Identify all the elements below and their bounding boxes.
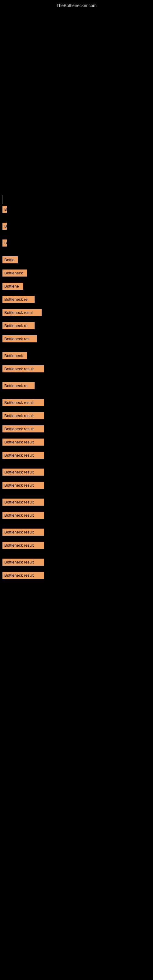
vertical-indicator [2, 195, 2, 204]
list-item: B [2, 206, 7, 213]
list-item: Bottleneck result [2, 452, 44, 459]
list-item: Bottle [2, 256, 18, 263]
results-container: BBBBottleBottleneckBottleneBottleneck re… [0, 11, 153, 583]
list-item: Bottleneck result [2, 365, 44, 372]
list-item: Bottleneck result [2, 412, 44, 419]
list-item: Bottleneck result [2, 425, 44, 433]
list-item: Bottleneck result [2, 499, 44, 506]
list-item: B [2, 240, 7, 247]
list-item: Bottleneck re [2, 322, 35, 329]
list-item: Bottleneck result [2, 572, 44, 579]
list-item: Bottleneck result [2, 482, 44, 489]
list-item: Bottleneck re [2, 296, 35, 303]
list-item: Bottleneck result [2, 469, 44, 476]
list-item: Bottleneck result [2, 558, 44, 566]
list-item: Bottleneck resul [2, 309, 41, 316]
list-item: Bottleneck [2, 269, 27, 277]
list-item: Bottleneck result [2, 439, 44, 445]
list-item: Bottleneck res [2, 335, 37, 342]
list-item: Bottleneck result [2, 542, 44, 549]
list-item: Bottleneck result [2, 399, 44, 406]
list-item: Bottleneck re [2, 382, 35, 389]
list-item: Bottleneck result [2, 512, 44, 519]
list-item: B [2, 223, 7, 230]
list-item: Bottlene [2, 283, 23, 290]
site-title: TheBottlenecker.com [0, 0, 153, 11]
list-item: Bottleneck [2, 352, 27, 359]
list-item: Bottleneck result [2, 528, 44, 536]
